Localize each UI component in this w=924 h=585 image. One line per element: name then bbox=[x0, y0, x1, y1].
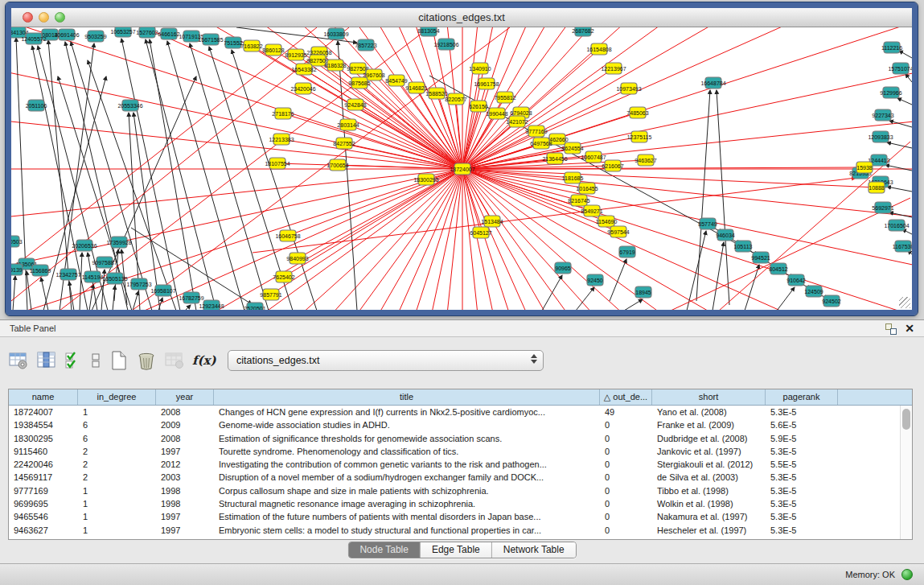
minimize-window-button[interactable] bbox=[39, 12, 49, 23]
scrollbar-thumb[interactable] bbox=[902, 409, 910, 430]
network-canvas-svg[interactable]: 1872400718413042080141124055723069140695… bbox=[11, 27, 912, 310]
table-row[interactable]: 977716911998Corpus callosum shape and si… bbox=[9, 484, 912, 497]
table-cell[interactable]: 1 bbox=[78, 406, 156, 418]
table-cell[interactable]: 0 bbox=[600, 458, 652, 471]
table-cell[interactable]: 6 bbox=[78, 432, 156, 445]
table-cell[interactable]: 5.9E-5 bbox=[766, 432, 838, 445]
table-row[interactable]: 946554611997Estimation of the future num… bbox=[9, 510, 912, 523]
table-cell[interactable]: 2012 bbox=[156, 458, 214, 471]
table-cell[interactable]: 5.5E-5 bbox=[766, 458, 838, 471]
table-cell[interactable]: 0 bbox=[600, 432, 652, 445]
table-cell[interactable]: 5.6E-5 bbox=[766, 418, 838, 431]
table-row[interactable]: 1872400712008Changes of HCN gene express… bbox=[9, 406, 912, 418]
table-row[interactable]: 1456911722003Disruption of a novel membe… bbox=[9, 471, 912, 484]
table-cell[interactable]: Changes of HCN gene expression and I(f) … bbox=[214, 406, 600, 418]
table-cell[interactable]: 5.3E-5 bbox=[766, 445, 838, 458]
row-options-icon[interactable] bbox=[89, 349, 102, 372]
table-cell[interactable]: de Silva et al. (2003) bbox=[652, 471, 766, 484]
table-cell[interactable]: 0 bbox=[600, 445, 652, 458]
table-cell[interactable]: 1998 bbox=[156, 497, 214, 510]
tab-edge-table[interactable]: Edge Table bbox=[420, 542, 491, 558]
table-cell[interactable]: 1998 bbox=[156, 484, 214, 497]
zoom-window-button[interactable] bbox=[55, 12, 65, 23]
table-cell[interactable]: 5.3E-5 bbox=[766, 471, 838, 484]
float-panel-icon[interactable] bbox=[885, 323, 897, 335]
table-cell[interactable]: 0 bbox=[600, 497, 652, 510]
table-cell[interactable]: 0 bbox=[600, 510, 652, 523]
close-window-button[interactable] bbox=[23, 12, 33, 23]
table-cell[interactable]: 9115460 bbox=[9, 445, 78, 458]
table-row[interactable]: 911546021997Tourette syndrome. Phenomeno… bbox=[9, 445, 912, 458]
table-cell[interactable]: Stergiakouli et al. (2012) bbox=[652, 458, 766, 471]
table-cell[interactable]: 22420046 bbox=[9, 458, 78, 471]
column-header-name[interactable]: name bbox=[9, 389, 78, 405]
table-cell[interactable]: Tourette syndrome. Phenomenology and cla… bbox=[214, 445, 600, 458]
table-cell[interactable]: Investigating the contribution of common… bbox=[214, 458, 600, 471]
table-row[interactable]: 2242004622012Investigating the contribut… bbox=[9, 458, 912, 471]
memory-status-indicator[interactable] bbox=[901, 569, 913, 580]
column-header-short[interactable]: short bbox=[652, 389, 766, 405]
table-cell[interactable]: Disruption of a novel member of a sodium… bbox=[214, 471, 600, 484]
table-cell[interactable]: 2 bbox=[78, 471, 156, 484]
table-row[interactable]: 1830029562008Estimation of significance … bbox=[9, 432, 912, 445]
network-canvas[interactable]: 1872400718413042080141124055723069140695… bbox=[11, 27, 912, 310]
create-column-icon[interactable] bbox=[109, 349, 129, 372]
table-cell[interactable]: 19384554 bbox=[9, 418, 78, 431]
delete-columns-icon[interactable] bbox=[136, 349, 157, 372]
table-cell[interactable]: 2009 bbox=[156, 418, 214, 431]
show-columns-icon[interactable] bbox=[36, 349, 57, 372]
table-cell[interactable]: Dudbridge et al. (2008) bbox=[652, 432, 766, 445]
table-cell[interactable]: 49 bbox=[600, 406, 652, 418]
table-cell[interactable]: 18300295 bbox=[9, 432, 78, 445]
table-cell[interactable]: 1 bbox=[78, 524, 156, 537]
close-panel-icon[interactable]: ✕ bbox=[905, 322, 914, 335]
table-cell[interactable]: 1997 bbox=[156, 445, 214, 458]
table-cell[interactable]: 9777169 bbox=[9, 484, 78, 497]
table-cell[interactable]: Structural magnetic resonance image aver… bbox=[214, 497, 600, 510]
table-cell[interactable]: 1 bbox=[78, 510, 156, 523]
table-cell[interactable]: 0 bbox=[600, 471, 652, 484]
tab-network-table[interactable]: Network Table bbox=[491, 542, 576, 558]
table-cell[interactable]: 9465546 bbox=[9, 510, 78, 523]
table-cell[interactable]: 5.3E-5 bbox=[766, 406, 838, 418]
table-selector-dropdown[interactable]: citations_edges.txt bbox=[228, 350, 544, 371]
tab-node-table[interactable]: Node Table bbox=[348, 542, 420, 558]
table-cell[interactable]: Estimation of significance thresholds fo… bbox=[214, 432, 600, 445]
table-cell[interactable]: 14569117 bbox=[9, 471, 78, 484]
window-resize-grip[interactable] bbox=[899, 297, 910, 308]
select-columns-icon[interactable] bbox=[64, 349, 82, 372]
table-cell[interactable]: Yano et al. (2008) bbox=[652, 406, 766, 418]
table-cell[interactable]: Franke et al. (2009) bbox=[652, 418, 766, 431]
delete-table-icon[interactable] bbox=[164, 349, 185, 372]
table-cell[interactable]: 0 bbox=[600, 524, 652, 537]
table-options-icon[interactable] bbox=[8, 349, 29, 372]
table-cell[interactable]: 5.3E-5 bbox=[766, 484, 838, 497]
table-cell[interactable]: Hescheler et al. (1997) bbox=[652, 524, 766, 537]
table-cell[interactable]: 5.3E-5 bbox=[766, 497, 838, 510]
table-cell[interactable]: Embryonic stem cells: a model to study s… bbox=[214, 524, 600, 537]
table-cell[interactable]: Tibbo et al. (1998) bbox=[652, 484, 766, 497]
table-cell[interactable]: 1 bbox=[78, 484, 156, 497]
table-cell[interactable]: 2 bbox=[78, 445, 156, 458]
table-cell[interactable]: 0 bbox=[600, 418, 652, 431]
table-cell[interactable]: Jankovic et al. (1997) bbox=[652, 445, 766, 458]
column-header-in_degree[interactable]: in_degree bbox=[78, 389, 156, 405]
table-row[interactable]: 969969511998Structural magnetic resonanc… bbox=[9, 497, 912, 510]
table-cell[interactable]: 6 bbox=[78, 418, 156, 431]
column-header-out_de[interactable]: △ out_de... bbox=[600, 389, 652, 405]
table-cell[interactable]: 1997 bbox=[156, 524, 214, 537]
table-row[interactable]: 946362711997Embryonic stem cells: a mode… bbox=[9, 524, 912, 537]
table-cell[interactable]: Estimation of the future numbers of pati… bbox=[214, 510, 600, 523]
table-cell[interactable]: 1 bbox=[78, 497, 156, 510]
table-cell[interactable]: 1997 bbox=[156, 510, 214, 523]
table-row[interactable]: 1938455462009Genome-wide association stu… bbox=[9, 418, 912, 431]
table-cell[interactable]: 9699695 bbox=[9, 497, 78, 510]
table-cell[interactable]: 9463627 bbox=[9, 524, 78, 537]
table-cell[interactable]: 2003 bbox=[156, 471, 214, 484]
table-vertical-scrollbar[interactable] bbox=[900, 406, 912, 539]
table-cell[interactable]: 0 bbox=[600, 484, 652, 497]
table-cell[interactable]: Genome-wide association studies in ADHD. bbox=[214, 418, 600, 431]
column-header-year[interactable]: year bbox=[156, 389, 214, 405]
column-header-pagerank[interactable]: pagerank bbox=[766, 389, 838, 405]
table-cell[interactable]: 5.3E-5 bbox=[766, 510, 838, 523]
